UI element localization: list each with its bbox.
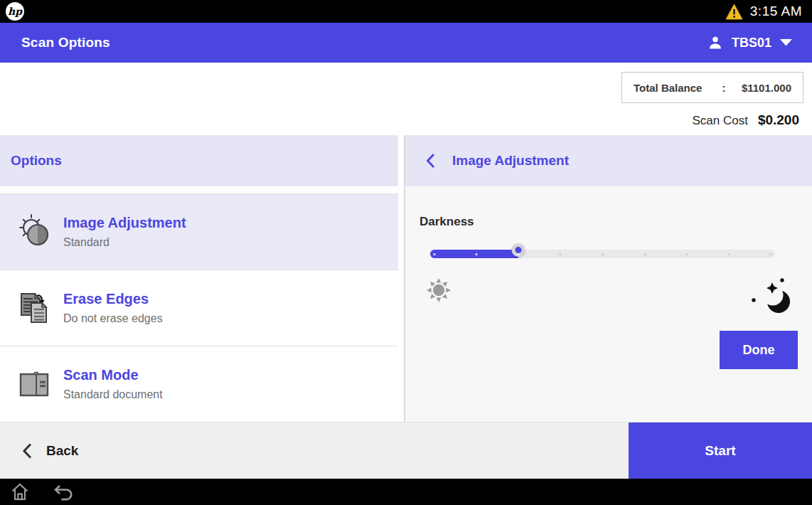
back-label: Back xyxy=(46,443,78,459)
option-item-erase-edges[interactable]: Erase Edges Do not erase edges xyxy=(0,270,404,346)
home-icon[interactable] xyxy=(11,483,29,501)
option-subtitle: Standard xyxy=(63,236,186,249)
option-subtitle: Do not erase edges xyxy=(63,312,163,325)
total-balance-colon: : xyxy=(722,82,725,94)
detail-panel-header: Image Adjustment xyxy=(405,135,812,186)
back-nav-icon[interactable] xyxy=(53,484,74,501)
hp-logo: hp xyxy=(6,2,24,21)
device-nav-bar xyxy=(0,479,812,505)
option-subtitle: Standard document xyxy=(63,388,163,401)
back-button[interactable]: Back xyxy=(0,422,213,479)
slider-tick xyxy=(518,253,520,255)
darkness-slider-inner xyxy=(434,243,771,265)
start-button[interactable]: Start xyxy=(629,422,812,479)
caret-down-icon xyxy=(780,39,792,46)
person-icon xyxy=(707,35,723,51)
option-item-scan-mode[interactable]: Scan Mode Standard document xyxy=(0,346,404,422)
options-gap xyxy=(0,186,404,193)
erase-edges-icon xyxy=(14,288,54,328)
slider-tick xyxy=(434,253,436,255)
chevron-left-icon[interactable] xyxy=(425,153,435,169)
user-menu[interactable]: TBS01 xyxy=(707,23,792,63)
footer-bar: Back Start xyxy=(0,422,812,479)
scan-cost-label: Scan Cost xyxy=(692,114,747,128)
slider-tick xyxy=(602,253,604,255)
options-panel-title: Options xyxy=(11,153,62,169)
slider-tick xyxy=(685,253,688,255)
slider-tick xyxy=(770,253,772,255)
page-title: Scan Options xyxy=(21,23,110,63)
options-scrollbar[interactable] xyxy=(398,135,404,422)
scan-cost: Scan Cost $0.200 xyxy=(692,112,799,128)
clock-time: 3:15 AM xyxy=(750,4,802,19)
total-balance-box: Total Balance : $1101.000 xyxy=(621,72,803,103)
option-item-image-adjustment[interactable]: Image Adjustment Standard xyxy=(0,193,404,270)
done-button[interactable]: Done xyxy=(720,331,798,369)
option-title: Erase Edges xyxy=(63,291,163,307)
image-adjustment-panel: Image Adjustment Darkness xyxy=(405,135,812,422)
chevron-left-icon xyxy=(21,442,32,459)
slider-tick xyxy=(643,253,646,255)
slider-tick xyxy=(476,253,478,255)
total-balance-amount: $1101.000 xyxy=(742,82,791,94)
warning-icon[interactable] xyxy=(725,4,743,20)
detail-content: Darkness xyxy=(405,186,812,422)
image-adjustment-icon xyxy=(14,212,54,252)
status-bar: hp 3:15 AM xyxy=(0,0,812,23)
scan-mode-icon xyxy=(14,364,54,404)
darkness-slider[interactable] xyxy=(430,243,775,265)
darkness-slider-fill xyxy=(430,250,518,258)
scan-cost-amount: $0.200 xyxy=(758,112,799,128)
option-title: Scan Mode xyxy=(63,367,163,383)
app-bar: Scan Options TBS01 xyxy=(0,23,812,63)
darkness-label: Darkness xyxy=(420,215,474,229)
total-balance-label: Total Balance xyxy=(634,82,702,94)
option-title: Image Adjustment xyxy=(63,215,186,231)
detail-panel-title: Image Adjustment xyxy=(452,153,569,169)
slider-tick xyxy=(727,253,730,255)
options-panel: Options Image Adjustment Standard xyxy=(0,135,404,422)
moon-icon xyxy=(750,277,793,315)
slider-tick xyxy=(560,253,562,255)
user-name: TBS01 xyxy=(732,36,771,51)
options-panel-header: Options xyxy=(0,135,404,186)
sun-icon xyxy=(425,277,452,315)
